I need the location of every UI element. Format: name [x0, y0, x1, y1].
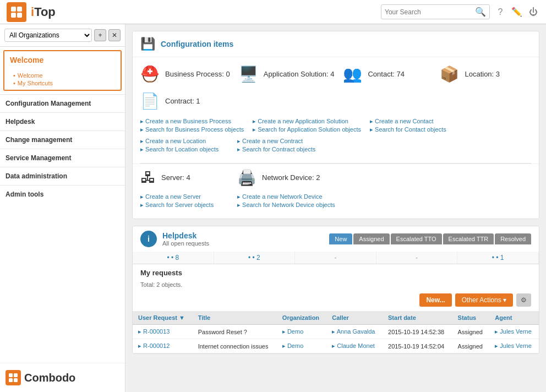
topbar-right: 🔍 ? ✏️ ⏻ — [381, 4, 539, 19]
count-escalated-tto: - — [295, 252, 376, 264]
create-business-process-link[interactable]: Create a new Business Process — [140, 118, 244, 125]
search-contact-link[interactable]: Search for Contact objects — [370, 126, 458, 133]
topbar: iTop 🔍 ? ✏️ ⏻ — [0, 0, 546, 24]
create-app-solution-link[interactable]: Create a new Application Solution — [253, 118, 361, 125]
config-item-app-solution: 🖥️ Application Solution: 4 — [239, 65, 335, 83]
logo-icon — [7, 2, 26, 22]
search-network-link[interactable]: Search for Network Device objects — [237, 202, 335, 209]
welcome-header[interactable]: Welcome — [4, 51, 121, 69]
col-user-request[interactable]: User Request ▼ — [133, 311, 193, 325]
helpdesk-title: Helpdesk — [162, 231, 209, 240]
config-item-business-process: ⛑️ Business Process: 0 — [140, 65, 230, 83]
cell-agent-1[interactable]: Jules Verne — [489, 325, 539, 339]
combodo-icon — [6, 370, 21, 385]
col-organization[interactable]: Organization — [277, 311, 326, 325]
power-icon[interactable]: ⏻ — [527, 6, 539, 18]
config-item-contact: 👥 Contact: 74 — [343, 65, 431, 83]
col-status[interactable]: Status — [452, 311, 490, 325]
config-item-network: 🖨️ Network Device: 2 — [237, 168, 325, 187]
help-icon[interactable]: ? — [494, 6, 506, 18]
helpdesk-title-area: i Helpdesk All open requests — [140, 231, 209, 247]
edit-icon[interactable]: ✏️ — [511, 6, 523, 18]
svg-rect-0 — [11, 7, 16, 12]
count-assigned[interactable]: • 2 — [214, 252, 296, 264]
tab-assigned[interactable]: Assigned — [353, 233, 389, 244]
table-settings-button[interactable]: ⚙ — [516, 293, 531, 307]
tab-escalated-ttr[interactable]: Escalated TTR — [443, 233, 494, 244]
cell-title-1: Password Reset ? — [193, 325, 277, 339]
svg-rect-5 — [14, 373, 18, 377]
business-process-links: Create a new Business Process Search for… — [140, 118, 244, 133]
helpdesk-counts: • 8 • 2 - - • 1 — [133, 252, 539, 264]
search-server-link[interactable]: Search for Server objects — [140, 202, 228, 209]
business-process-label: Business Process: 0 — [165, 70, 230, 78]
table-row: R-000012 Internet connection issues Demo… — [133, 339, 539, 353]
sidebar-item-change-management[interactable]: Change management — [0, 130, 125, 149]
col-caller[interactable]: Caller — [326, 311, 383, 325]
sidebar-item-admin-tools[interactable]: Admin tools — [0, 185, 125, 203]
welcome-link-shortcuts[interactable]: My Shortcuts — [13, 80, 115, 86]
count-resolved[interactable]: • 1 — [457, 252, 539, 264]
sidebar-item-configuration-management[interactable]: Configuration Management — [0, 94, 125, 112]
search-app-solution-link[interactable]: Search for Application Solution objects — [253, 126, 361, 133]
search-contract-link[interactable]: Search for Contract objects — [237, 146, 325, 153]
config-item-server: 🖧 Server: 4 — [140, 168, 228, 187]
tab-escalated-tto[interactable]: Escalated TTO — [391, 233, 442, 244]
tab-new[interactable]: New — [329, 233, 352, 244]
sidebar-item-service-management[interactable]: Service Management — [0, 149, 125, 167]
search-input[interactable] — [385, 8, 473, 16]
config-items-row2: 🖧 Server: 4 🖨️ Network Device: 2 — [133, 164, 539, 193]
svg-rect-7 — [14, 378, 18, 382]
action-bar: New... Other Actions ▾ ⚙ — [133, 291, 539, 311]
table-row: R-000013 Password Reset ? Demo Anna Gava… — [133, 325, 539, 339]
app-solution-links: Create a new Application Solution Search… — [253, 118, 361, 133]
layout: All Organizations + ✕ Welcome Welcome My… — [0, 24, 546, 392]
create-location-link[interactable]: Create a new Location — [140, 138, 228, 145]
col-start-date[interactable]: Start date — [383, 311, 452, 325]
cell-org-2[interactable]: Demo — [277, 339, 326, 353]
location-icon: 📦 — [440, 65, 459, 83]
search-location-link[interactable]: Search for Location objects — [140, 146, 228, 153]
cell-request-id-2[interactable]: R-000012 — [133, 339, 193, 353]
app-solution-label: Application Solution: 4 — [264, 70, 335, 78]
create-contract-link[interactable]: Create a new Contract — [237, 138, 325, 145]
logo-text: iTop — [31, 5, 56, 19]
create-network-link[interactable]: Create a new Network Device — [237, 193, 335, 200]
contract-links: Create a new Contract Search for Contrac… — [237, 138, 325, 153]
server-label: Server: 4 — [161, 173, 190, 182]
cell-caller-1[interactable]: Anna Gavalda — [326, 325, 383, 339]
create-contact-link[interactable]: Create a new Contact — [370, 118, 458, 125]
col-agent[interactable]: Agent — [489, 311, 539, 325]
org-select[interactable]: All Organizations — [4, 29, 92, 42]
count-new[interactable]: • 8 — [133, 252, 214, 264]
org-remove-btn[interactable]: ✕ — [108, 29, 121, 41]
requests-table: User Request ▼ Title Organization Caller… — [133, 311, 539, 353]
welcome-section: Welcome Welcome My Shortcuts — [3, 50, 122, 91]
helpdesk-tabs: New Assigned Escalated TTO Escalated TTR… — [329, 233, 531, 244]
cell-caller-2[interactable]: Claude Monet — [326, 339, 383, 353]
total-label: Total: 2 objects. — [133, 281, 539, 291]
server-links: Create a new Server Search for Server ob… — [140, 193, 228, 209]
config-item-location: 📦 Location: 3 — [440, 65, 528, 83]
new-request-button[interactable]: New... — [419, 293, 451, 307]
sidebar-item-data-administration[interactable]: Data administration — [0, 167, 125, 185]
sidebar-item-helpdesk[interactable]: Helpdesk — [0, 112, 125, 130]
col-title[interactable]: Title — [193, 311, 277, 325]
welcome-link-welcome[interactable]: Welcome — [13, 72, 115, 79]
create-server-link[interactable]: Create a new Server — [140, 193, 228, 200]
search-business-process-link[interactable]: Search for Business Process objects — [140, 126, 244, 133]
cell-agent-2[interactable]: Jules Verne — [489, 339, 539, 353]
search-icon[interactable]: 🔍 — [475, 7, 486, 17]
contract-label: Contract: 1 — [165, 97, 200, 105]
tab-resolved[interactable]: Resolved — [495, 233, 531, 244]
cell-org-1[interactable]: Demo — [277, 325, 326, 339]
table-body: R-000013 Password Reset ? Demo Anna Gava… — [133, 325, 539, 353]
cell-request-id-1[interactable]: R-000013 — [133, 325, 193, 339]
cell-title-2: Internet connection issues — [193, 339, 277, 353]
helpdesk-header: i Helpdesk All open requests New Assigne… — [133, 226, 539, 252]
org-add-btn[interactable]: + — [94, 29, 106, 41]
contact-label: Contact: 74 — [368, 70, 405, 78]
helpdesk-title-group: Helpdesk All open requests — [162, 231, 209, 247]
org-selector: All Organizations + ✕ — [0, 24, 125, 47]
other-actions-button[interactable]: Other Actions ▾ — [455, 293, 513, 307]
